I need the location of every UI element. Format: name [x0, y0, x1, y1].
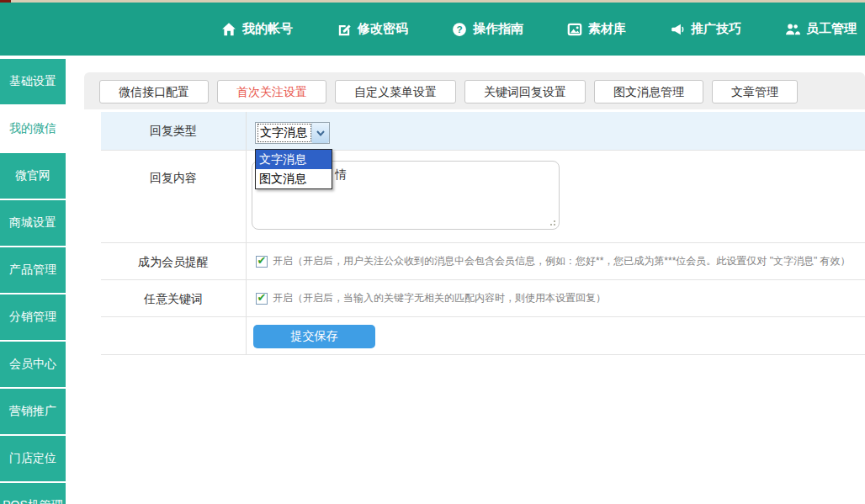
first-follow-settings-form: 回复类型 文字消息 文字消息图文消息 回复内容 情 成为会员提醒 ✔ 开启（开启…: [101, 112, 865, 355]
reply-type-value-cell: 文字消息 文字消息图文消息: [246, 112, 865, 150]
top-navbar: 我的帐号修改密码?操作指南素材库推广技巧员工管理: [0, 3, 865, 56]
member-reminder-value-cell: ✔ 开启（开启后，用户关注公众收到的消息中会包含会员信息，例如：您好**，您已成…: [246, 243, 865, 279]
menu-item-label: 推广技巧: [691, 21, 741, 37]
menu-item-label: 修改密码: [358, 21, 408, 37]
submit-save-button[interactable]: 提交保存: [253, 325, 375, 348]
checkmark-icon: ✔: [257, 292, 267, 303]
reply-content-value-cell: 情: [246, 151, 865, 242]
home-icon: [221, 22, 236, 37]
any-keyword-checkbox[interactable]: ✔: [256, 293, 268, 305]
image-icon: [567, 22, 582, 37]
menu-item-label: 素材库: [588, 21, 626, 37]
reply-content-text: 情: [335, 167, 347, 183]
sidebar-item-1[interactable]: 我的微信: [0, 106, 66, 151]
tab-0[interactable]: 微信接口配置: [99, 80, 209, 103]
member-reminder-checkbox[interactable]: ✔: [256, 256, 268, 268]
reply-content-row: 回复内容 情: [101, 150, 865, 242]
menu-item-3[interactable]: 素材库: [567, 21, 626, 37]
menu-item-1[interactable]: 修改密码: [337, 21, 408, 37]
textarea-resize-handle[interactable]: [549, 219, 555, 225]
tab-3[interactable]: 关键词回复设置: [464, 80, 586, 103]
sidebar-item-7[interactable]: 营销推广: [0, 389, 66, 434]
reply-content-label: 回复内容: [101, 151, 246, 242]
sidebar-item-4[interactable]: 产品管理: [0, 247, 66, 293]
sidebar-item-5[interactable]: 分销管理: [0, 294, 66, 340]
tab-5[interactable]: 文章管理: [712, 80, 798, 103]
member-reminder-label: 成为会员提醒: [101, 243, 246, 279]
tab-4[interactable]: 图文消息管理: [594, 80, 703, 103]
sidebar-item-2[interactable]: 微官网: [0, 153, 66, 199]
megaphone-icon: [670, 22, 685, 37]
any-keyword-label: 任意关键词: [101, 280, 246, 316]
menu-item-5[interactable]: 员工管理: [785, 21, 857, 37]
member-reminder-help-text: 开启（开启后，用户关注公众收到的消息中会包含会员信息，例如：您好**，您已成为第…: [273, 254, 851, 268]
sidebar-nav: 基础设置我的微信微官网商城设置产品管理分销管理会员中心营销推广门店定位POS机管…: [0, 56, 66, 504]
select-option-1[interactable]: 图文消息: [256, 169, 332, 188]
select-option-0[interactable]: 文字消息: [256, 150, 332, 169]
svg-text:?: ?: [456, 24, 462, 35]
menu-item-4[interactable]: 推广技巧: [670, 21, 741, 37]
menu-item-label: 操作指南: [473, 21, 523, 37]
menu-item-label: 我的帐号: [242, 21, 293, 37]
member-reminder-row: 成为会员提醒 ✔ 开启（开启后，用户关注公众收到的消息中会包含会员信息，例如：您…: [101, 242, 865, 279]
reply-type-select[interactable]: 文字消息: [255, 122, 330, 144]
any-keyword-value-cell: ✔ 开启（开启后，当输入的关键字无相关的匹配内容时，则使用本设置回复）: [246, 280, 865, 316]
sidebar-item-0[interactable]: 基础设置: [0, 59, 66, 104]
sidebar-item-6[interactable]: 会员中心: [0, 342, 66, 387]
any-keyword-row: 任意关键词 ✔ 开启（开启后，当输入的关键字无相关的匹配内容时，则使用本设置回复…: [101, 279, 865, 316]
edit-icon: [337, 22, 352, 37]
any-keyword-help-text: 开启（开启后，当输入的关键字无相关的匹配内容时，则使用本设置回复）: [273, 291, 606, 305]
reply-type-label: 回复类型: [101, 112, 246, 150]
users-icon: [785, 22, 800, 37]
reply-type-row: 回复类型 文字消息 文字消息图文消息: [101, 112, 865, 150]
checkmark-icon: ✔: [257, 255, 267, 266]
menu-item-2[interactable]: ?操作指南: [452, 21, 523, 37]
chevron-down-icon[interactable]: [311, 123, 329, 143]
question-icon: ?: [452, 22, 467, 37]
tab-bar: 微信接口配置首次关注设置自定义菜单设置关键词回复设置图文消息管理文章管理: [84, 72, 865, 109]
menu-item-0[interactable]: 我的帐号: [221, 21, 293, 37]
tab-1[interactable]: 首次关注设置: [217, 80, 326, 103]
tab-2[interactable]: 自定义菜单设置: [335, 80, 456, 103]
sidebar-item-8[interactable]: 门店定位: [0, 436, 66, 481]
sidebar-item-3[interactable]: 商城设置: [0, 200, 66, 246]
submit-row: 提交保存: [101, 316, 865, 355]
reply-type-dropdown-list: 文字消息图文消息: [255, 149, 332, 189]
menu-item-label: 员工管理: [806, 21, 857, 37]
reply-type-select-value: 文字消息: [258, 125, 310, 141]
sidebar-item-9[interactable]: POS机管理: [0, 483, 66, 504]
